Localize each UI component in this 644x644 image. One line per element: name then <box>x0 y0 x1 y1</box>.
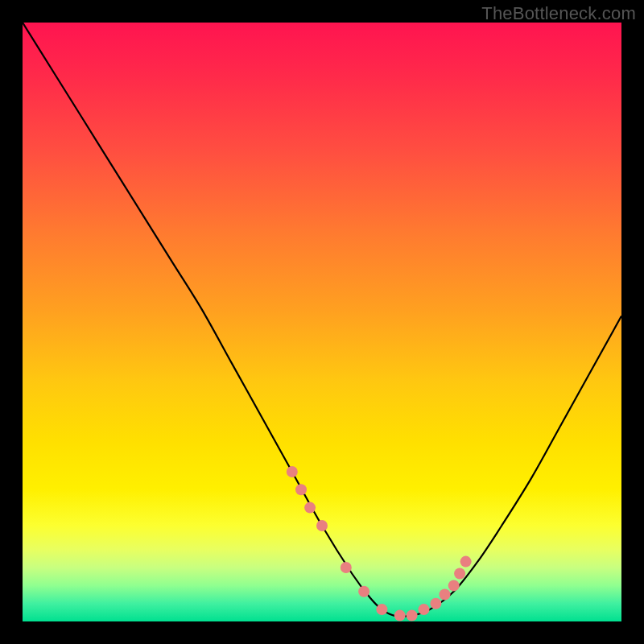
highlight-dot <box>287 466 298 477</box>
watermark-label: TheBottleneck.com <box>481 3 636 24</box>
highlight-dot <box>394 610 406 621</box>
highlight-dots-group <box>287 466 472 621</box>
highlight-dot <box>358 586 369 597</box>
highlight-dot <box>460 556 472 568</box>
highlight-dot <box>454 568 465 580</box>
chart-plot-area <box>23 23 621 621</box>
highlight-dot <box>316 520 328 531</box>
highlight-dot <box>295 484 307 495</box>
highlight-dot <box>407 610 418 621</box>
highlight-dot <box>440 589 451 601</box>
highlight-dot <box>419 604 430 615</box>
highlight-dot <box>430 598 441 609</box>
highlight-dot <box>341 562 352 573</box>
highlight-dot <box>376 604 387 615</box>
highlight-dot <box>304 502 316 514</box>
highlight-dot <box>448 580 460 591</box>
curve-layer <box>23 23 621 621</box>
chart-frame: TheBottleneck.com <box>0 0 644 644</box>
